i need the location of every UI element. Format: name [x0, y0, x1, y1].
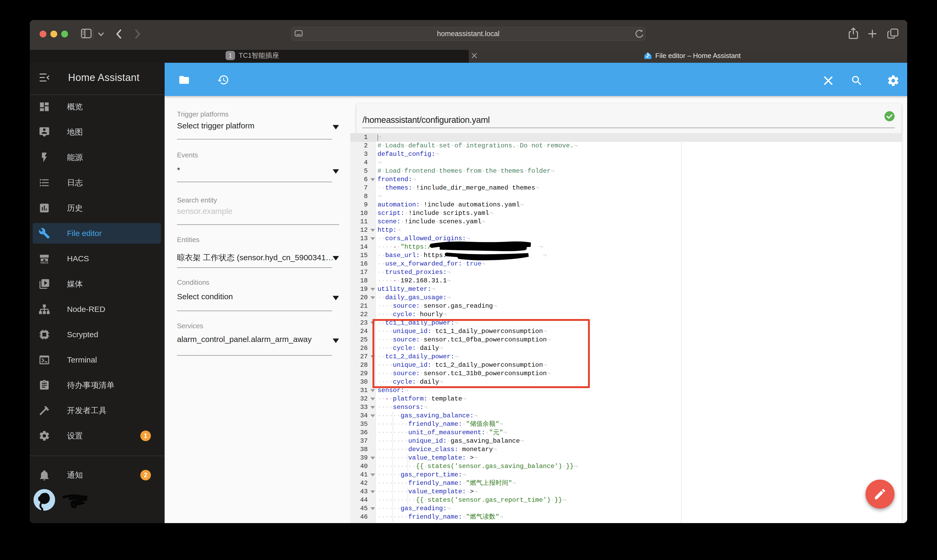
- svg-text:HACS: HACS: [40, 261, 48, 264]
